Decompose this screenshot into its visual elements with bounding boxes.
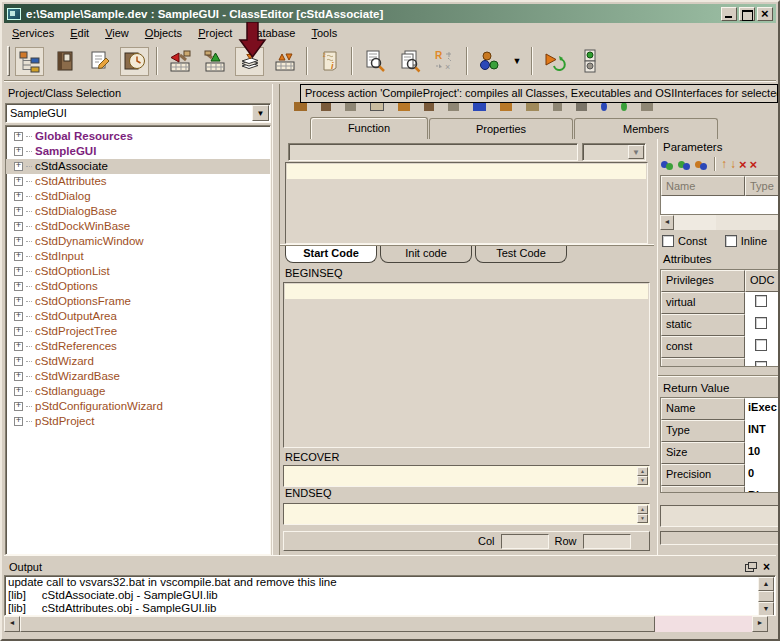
clipped-icon[interactable] <box>345 102 356 111</box>
breakpoints-icon[interactable] <box>575 47 604 76</box>
expand-plus-icon[interactable]: + <box>14 357 23 366</box>
expand-plus-icon[interactable]: + <box>14 297 23 306</box>
scroll-spinner[interactable]: ▲▼ <box>637 467 648 485</box>
expand-plus-icon[interactable]: + <box>14 267 23 276</box>
column-header-name[interactable]: Name <box>661 176 745 196</box>
recover-editor[interactable]: ▲▼ <box>283 465 650 487</box>
tree-item-label[interactable]: pStdConfigurationWizard <box>34 400 166 413</box>
expand-plus-icon[interactable]: + <box>14 312 23 321</box>
rv-label-clipped[interactable]: Referenced <box>661 486 745 493</box>
clipped-icon[interactable] <box>641 102 653 111</box>
vscroll-thumb[interactable] <box>758 591 774 602</box>
tree-item[interactable]: + cStdOutputArea <box>6 309 270 324</box>
tab-properties[interactable]: Properties <box>429 118 573 139</box>
tree-item[interactable]: + pStdConfigurationWizard <box>6 399 270 414</box>
clipped-icon[interactable] <box>424 102 434 111</box>
expand-plus-icon[interactable]: + <box>14 237 23 246</box>
expand-plus-icon[interactable]: + <box>14 327 23 336</box>
hscroll-thumb[interactable] <box>20 616 655 632</box>
scroll-up-icon[interactable]: ▲ <box>758 577 774 591</box>
menu-item[interactable]: Services <box>4 25 62 41</box>
clipped-icon[interactable] <box>500 102 512 111</box>
tree-item-label[interactable]: SampleGUI <box>34 145 99 158</box>
run-convert-icon[interactable] <box>540 47 569 76</box>
tree-item[interactable]: + cStdAssociate <box>6 159 270 174</box>
tree-item-label[interactable]: cStdAssociate <box>34 160 270 173</box>
tree-item-label[interactable]: cStdDynamicWindow <box>34 235 147 248</box>
class-tree-icon[interactable] <box>15 47 44 76</box>
minimize-icon[interactable] <box>721 7 737 21</box>
tree-item-label[interactable]: cStdWizardBase <box>34 370 123 383</box>
spin-down-icon[interactable]: ▼ <box>637 476 648 485</box>
expand-plus-icon[interactable]: + <box>14 252 23 261</box>
close-panel-icon[interactable]: × <box>763 562 770 572</box>
column-header-odc[interactable]: ODC <box>745 270 779 292</box>
tree-item-label[interactable]: cStdOptionList <box>34 265 113 278</box>
tree-item-label[interactable]: cStdProjectTree <box>34 325 120 338</box>
tree-item[interactable]: + cStdOptionsFrame <box>6 294 270 309</box>
palette-dropdown-icon[interactable]: ▼ <box>510 47 524 76</box>
project-combo[interactable]: SampleGUI ▼ <box>5 103 271 123</box>
expand-plus-icon[interactable]: + <box>14 282 23 291</box>
compile-project-icon[interactable] <box>235 47 264 76</box>
edit-source-icon[interactable] <box>85 47 114 76</box>
tree-item[interactable]: + cStdlanguage <box>6 384 270 399</box>
tree-item[interactable]: + Global Resources <box>6 129 270 144</box>
vertical-splitter[interactable] <box>272 84 280 555</box>
tab-init-code[interactable]: Init code <box>380 246 472 263</box>
expand-plus-icon[interactable]: + <box>14 207 23 216</box>
tree-item-label[interactable]: cStdDialogBase <box>34 205 120 218</box>
clipped-icon[interactable] <box>601 102 607 111</box>
output-hscrollbar[interactable]: ◄ ► <box>4 616 776 632</box>
tree-item-label[interactable]: pStdProject <box>34 415 97 428</box>
tab-members[interactable]: Members <box>574 118 718 139</box>
chevron-down-icon[interactable]: ▼ <box>628 145 644 159</box>
object-browser-icon[interactable] <box>120 47 149 76</box>
menu-item[interactable]: Objects <box>137 25 190 41</box>
menu-item[interactable]: View <box>97 25 137 41</box>
tree-item[interactable]: + cStdWizard <box>6 354 270 369</box>
tab-start-code[interactable]: Start Code <box>285 246 377 263</box>
tree-item-label[interactable]: cStdOutputArea <box>34 310 120 323</box>
move-down-icon[interactable]: ↓ <box>730 157 736 171</box>
function-combo[interactable]: ▼ <box>582 143 646 161</box>
compile-next-icon[interactable] <box>200 47 229 76</box>
clipped-icon[interactable] <box>526 102 539 111</box>
tree-item-label[interactable]: cStdInput <box>34 250 87 263</box>
clipped-icon[interactable] <box>321 102 331 111</box>
rv-label-name[interactable]: Name <box>661 398 745 420</box>
clipped-icon[interactable] <box>473 102 486 111</box>
menu-item[interactable]: Project <box>190 25 240 41</box>
spin-up-icon[interactable]: ▲ <box>637 505 648 514</box>
static-checkbox[interactable] <box>755 317 767 329</box>
attr-row-clipped[interactable] <box>661 358 745 367</box>
toolbar-grip[interactable] <box>7 46 10 76</box>
expand-plus-icon[interactable]: + <box>14 387 23 396</box>
attr-row-virtual[interactable]: virtual <box>661 292 745 314</box>
expand-plus-icon[interactable]: + <box>14 402 23 411</box>
tree-item[interactable]: + cStdDockWinBase <box>6 219 270 234</box>
clipped-icon[interactable] <box>553 102 562 111</box>
tree-item[interactable]: + cStdAttributes <box>6 174 270 189</box>
tree-item-label[interactable]: Global Resources <box>34 130 136 143</box>
output-log[interactable]: update call to vsvars32.bat in vscompile… <box>4 575 776 616</box>
expand-plus-icon[interactable]: + <box>14 177 23 186</box>
tree-item[interactable]: + cStdInput <box>6 249 270 264</box>
tree-item-label[interactable]: cStdAttributes <box>34 175 110 188</box>
maximize-icon[interactable] <box>739 7 755 21</box>
delete-icon[interactable]: × <box>739 157 747 172</box>
tree-item[interactable]: + SampleGUI <box>6 144 270 159</box>
tree-item[interactable]: + cStdDynamicWindow <box>6 234 270 249</box>
tree-item[interactable]: + pStdProject <box>6 414 270 429</box>
tree-item[interactable]: + cStdReferences <box>6 339 270 354</box>
tree-item-label[interactable]: cStdOptions <box>34 280 101 293</box>
menu-item[interactable]: Tools <box>303 25 345 41</box>
const-checkbox[interactable] <box>662 235 674 247</box>
beginseq-editor[interactable] <box>283 282 650 448</box>
clipped-icon[interactable] <box>294 102 307 111</box>
expand-plus-icon[interactable]: + <box>14 132 23 141</box>
menu-item[interactable]: Database <box>240 25 303 41</box>
tree-item[interactable]: + cStdProjectTree <box>6 324 270 339</box>
tree-item-label[interactable]: cStdWizard <box>34 355 97 368</box>
copy-parameter-icon[interactable] <box>695 157 709 171</box>
